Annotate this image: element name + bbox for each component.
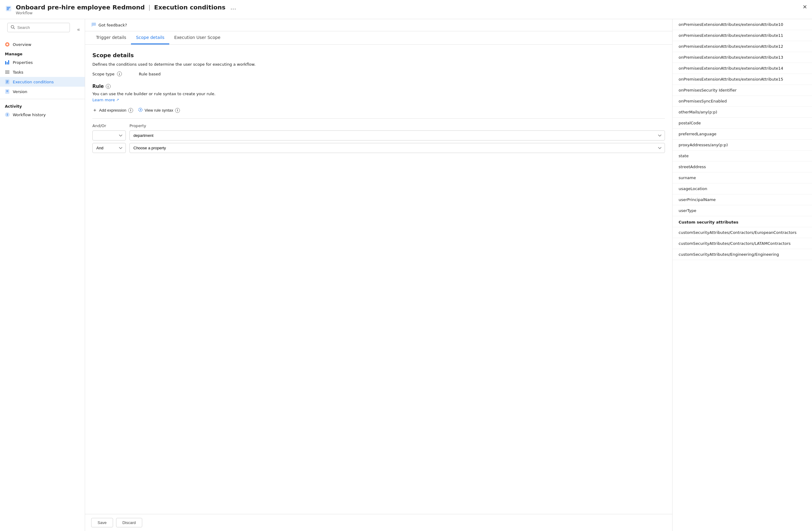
svg-line-5: [14, 28, 15, 29]
page-subtitle: Execution conditions: [154, 4, 226, 11]
learn-more-label: Learn more: [92, 98, 115, 102]
andor-select-container-2: And Or: [92, 143, 126, 153]
property-section-header: Custom security attributes: [672, 216, 812, 227]
list-item[interactable]: postalCode: [672, 118, 812, 129]
list-icon: [5, 70, 10, 74]
scope-type-value: Rule based: [139, 72, 161, 76]
list-item[interactable]: onPremisesExtensionAttributes/extensionA…: [672, 30, 812, 41]
list-item[interactable]: preferredLanguage: [672, 129, 812, 140]
table-row: department: [92, 130, 665, 140]
sidebar-item-execution-conditions[interactable]: Execution conditions: [0, 77, 85, 87]
sidebar-item-overview[interactable]: Overview: [0, 40, 85, 49]
svg-rect-2: [7, 8, 10, 9]
andor-select-2[interactable]: And Or: [92, 143, 126, 153]
sidebar-item-label: Execution conditions: [13, 80, 54, 84]
list-item[interactable]: otherMails/any(p:p): [672, 107, 812, 118]
info-icon: [5, 112, 10, 117]
view-syntax-label: View rule syntax: [145, 108, 173, 113]
app-header: Onboard pre-hire employee Redmond | Exec…: [0, 0, 812, 19]
property-select-container-2: Choose a property: [129, 143, 665, 153]
table-row: And Or Choose a property: [92, 143, 665, 153]
add-expression-info-icon[interactable]: ℹ: [128, 108, 133, 113]
scope-type-row: Scope type ℹ Rule based: [92, 71, 665, 76]
sidebar-item-tasks[interactable]: Tasks: [0, 67, 85, 77]
view-syntax-info-icon[interactable]: ℹ: [175, 108, 180, 113]
list-item[interactable]: customSecurityAttributes/Engineering/Eng…: [672, 249, 812, 260]
tab-trigger-details[interactable]: Trigger details: [91, 31, 131, 44]
feedback-icon: [91, 22, 96, 28]
workflow-label: Workflow: [16, 11, 807, 15]
document-icon: [5, 79, 10, 84]
list-item[interactable]: onPremisesSyncEnabled: [672, 96, 812, 107]
list-item[interactable]: onPremisesExtensionAttributes/extensionA…: [672, 74, 812, 85]
property-select-2[interactable]: Choose a property: [129, 143, 665, 153]
svg-rect-3: [7, 10, 9, 10]
col-header-property: Property: [129, 124, 665, 128]
list-item[interactable]: onPremisesExtensionAttributes/extensionA…: [672, 19, 812, 30]
list-item[interactable]: state: [672, 151, 812, 162]
rule-actions: ＋ Add expression ℹ View rule syntax ℹ: [92, 107, 665, 113]
collapse-button[interactable]: «: [76, 27, 81, 32]
list-item[interactable]: onPremisesExtensionAttributes/extensionA…: [672, 63, 812, 74]
scope-type-info-icon[interactable]: ℹ: [117, 71, 122, 76]
external-link-icon: ↗: [116, 98, 119, 102]
list-item[interactable]: userType: [672, 205, 812, 216]
view-syntax-button[interactable]: View rule syntax ℹ: [138, 107, 180, 113]
tab-execution-user-scope[interactable]: Execution User Scope: [169, 31, 225, 44]
plus-icon: ＋: [92, 107, 97, 113]
app-icon: [5, 5, 12, 14]
list-item[interactable]: onPremisesExtensionAttributes/extensionA…: [672, 52, 812, 63]
svg-point-7: [6, 43, 8, 45]
rule-section: Rule ℹ You can use the rule builder or r…: [92, 84, 665, 153]
tab-scope-details[interactable]: Scope details: [131, 31, 169, 44]
rule-info-icon[interactable]: ℹ: [106, 84, 111, 89]
svg-rect-10: [8, 60, 9, 65]
discard-button[interactable]: Discard: [116, 518, 142, 527]
list-item[interactable]: streetAddress: [672, 162, 812, 172]
list-item[interactable]: surname: [672, 172, 812, 183]
right-panel: onPremisesExtensionAttributes/extensionA…: [672, 19, 812, 531]
rule-header: Rule ℹ: [92, 84, 665, 89]
sidebar-item-label: Overview: [13, 42, 31, 47]
sidebar-item-label: Properties: [13, 60, 33, 65]
feedback-bar: Got feedback?: [85, 19, 672, 31]
list-item[interactable]: usageLocation: [672, 183, 812, 194]
save-button[interactable]: Save: [91, 518, 113, 527]
header-titles: Onboard pre-hire employee Redmond | Exec…: [16, 4, 807, 15]
content-area: Scope details Defines the conditions use…: [85, 45, 672, 531]
sidebar-item-version[interactable]: Version: [0, 87, 85, 96]
scope-details-title: Scope details: [92, 52, 665, 58]
list-item[interactable]: proxyAddresses/any(p:p): [672, 140, 812, 151]
list-item[interactable]: onPremisesExtensionAttributes/extensionA…: [672, 41, 812, 52]
list-item[interactable]: onPremisesSecurity Identifier: [672, 85, 812, 96]
rule-divider: [92, 118, 665, 118]
scope-details-desc: Defines the conditions used to determine…: [92, 62, 665, 67]
property-select-container: department: [129, 130, 665, 140]
circle-icon: [5, 42, 10, 47]
sidebar: « Overview Manage Properties: [0, 19, 85, 531]
andor-select-container: [92, 130, 126, 140]
search-box: [7, 23, 70, 32]
svg-point-24: [139, 108, 142, 112]
list-item[interactable]: customSecurityAttributes/Contractors/LAT…: [672, 238, 812, 249]
scope-type-label: Scope type: [92, 72, 115, 76]
svg-rect-8: [5, 61, 6, 65]
sidebar-item-label: Workflow history: [13, 113, 46, 117]
learn-more-link[interactable]: Learn more ↗: [92, 98, 119, 102]
close-button[interactable]: ✕: [802, 4, 807, 10]
activity-section-label: Activity: [0, 101, 85, 110]
sidebar-item-properties[interactable]: Properties: [0, 57, 85, 67]
list-item[interactable]: userPrincipalName: [672, 194, 812, 205]
property-select-1[interactable]: department: [129, 130, 665, 140]
search-input[interactable]: [17, 25, 67, 30]
more-options-button[interactable]: ...: [230, 4, 236, 11]
svg-rect-1: [7, 7, 10, 8]
list-item[interactable]: customSecurityAttributes/Contractors/Eur…: [672, 227, 812, 238]
andor-select-1[interactable]: [92, 130, 126, 140]
sidebar-item-workflow-history[interactable]: Workflow history: [0, 110, 85, 120]
app-body: « Overview Manage Properties: [0, 19, 812, 531]
add-expression-button[interactable]: ＋ Add expression ℹ: [92, 107, 133, 113]
manage-section-label: Manage: [0, 49, 85, 57]
version-icon: [5, 89, 10, 94]
page-title: Onboard pre-hire employee Redmond: [16, 4, 145, 11]
